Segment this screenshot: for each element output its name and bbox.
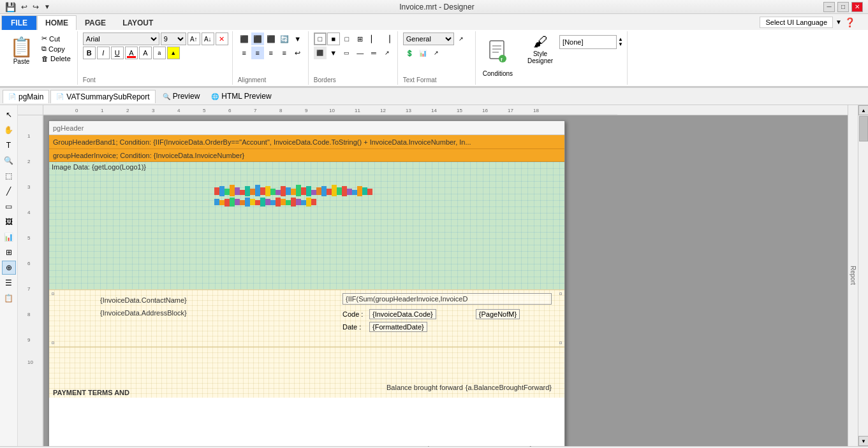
align-center[interactable]: ≡ xyxy=(251,47,264,59)
tab-page[interactable]: PAGE xyxy=(77,15,114,30)
font-name-select[interactable]: Arial xyxy=(83,33,159,45)
underline-button[interactable]: U xyxy=(111,47,124,59)
svg-rect-76 xyxy=(245,198,250,206)
paste-button[interactable]: 📋 Paste xyxy=(5,33,38,68)
border-left[interactable]: ▏ xyxy=(367,33,380,45)
clear-format-button[interactable]: ✕ xyxy=(216,33,228,45)
tool-zoom[interactable]: 🔍 xyxy=(2,154,16,168)
border-none[interactable]: □ xyxy=(314,33,327,45)
tab-home[interactable]: HOME xyxy=(37,15,77,30)
tool-chart[interactable]: 📊 xyxy=(2,230,16,244)
font-size-up2[interactable]: A xyxy=(139,47,152,59)
tab-html-preview[interactable]: 🌐 HTML Preview xyxy=(205,89,277,103)
style-name-input[interactable] xyxy=(559,35,617,49)
scroll-up[interactable]: ▲ xyxy=(858,105,868,115)
rotate-btn[interactable]: 🔄 xyxy=(278,33,291,45)
tool-subreport[interactable]: 📋 xyxy=(2,291,16,305)
align-top-left[interactable]: ⬛ xyxy=(238,33,251,45)
align-top-center[interactable]: ⬛ xyxy=(251,33,264,45)
svg-rect-80 xyxy=(265,199,270,205)
svg-text:15: 15 xyxy=(457,108,462,113)
ui-language-select[interactable]: Select UI Language xyxy=(760,17,833,28)
increase-size-button[interactable]: A↑ xyxy=(188,33,200,45)
help-icon[interactable]: ❓ xyxy=(844,17,855,27)
minimize-button[interactable]: ─ xyxy=(823,2,835,12)
delete-button[interactable]: 🗑 Delete xyxy=(39,54,73,63)
border-outer[interactable]: □ xyxy=(341,33,353,45)
tab-bar: 📄 pgMain 📄 VATSummarySubReport 🔍 Preview… xyxy=(0,88,868,105)
tool-text[interactable]: T xyxy=(2,138,16,152)
border-inner[interactable]: ⊞ xyxy=(354,33,367,45)
tool-pointer[interactable]: ↖ xyxy=(2,108,16,122)
quick-access-save[interactable]: 💾 xyxy=(5,2,16,12)
cut-button[interactable]: ✂ Cut xyxy=(39,34,73,43)
word-wrap[interactable]: ↩ xyxy=(291,47,304,59)
tool-rectangle[interactable]: ▭ xyxy=(2,199,16,213)
pgheader-label: pgHeader xyxy=(53,124,84,132)
format-expand[interactable]: ↗ xyxy=(455,33,467,45)
format-currency[interactable]: 💲 xyxy=(403,47,416,59)
svg-rect-89 xyxy=(311,199,316,205)
border-width[interactable]: ═ xyxy=(367,47,380,59)
format-expand2[interactable]: ↗ xyxy=(430,47,443,59)
report-panel[interactable]: Report xyxy=(848,105,858,446)
tab-file[interactable]: FILE xyxy=(1,15,37,30)
border-right[interactable]: ▕ xyxy=(381,33,394,45)
tool-list[interactable]: ☰ xyxy=(2,276,16,290)
border-color[interactable]: ▭ xyxy=(341,47,353,59)
align-justify[interactable]: ≡ xyxy=(278,47,291,59)
close-button[interactable]: ✕ xyxy=(851,2,863,12)
tool-line[interactable]: ╱ xyxy=(2,184,16,198)
tab-layout[interactable]: LAYOUT xyxy=(114,15,161,30)
tool-crosshair[interactable]: ⊕ xyxy=(2,261,16,275)
tool-image[interactable]: 🖼 xyxy=(2,215,16,229)
svg-text:2: 2 xyxy=(27,159,31,164)
align-distribute[interactable]: ▼ xyxy=(291,33,304,45)
tab-pgmain[interactable]: 📄 pgMain xyxy=(3,90,49,103)
ui-language-dropdown[interactable]: ▼ xyxy=(835,18,842,25)
format-select[interactable]: General xyxy=(403,33,454,45)
font-size-select[interactable]: 9 xyxy=(161,33,186,45)
align-top-right[interactable]: ⬛ xyxy=(265,33,277,45)
maximize-button[interactable]: □ xyxy=(837,2,849,12)
scroll-track-v[interactable] xyxy=(858,115,868,436)
fill-color[interactable]: ⬛ xyxy=(314,47,327,59)
style-designer-button[interactable]: 🖌 StyleDesigner xyxy=(524,33,557,66)
copy-button[interactable]: ⧉ Copy xyxy=(39,44,73,54)
decrease-size-button[interactable]: A↓ xyxy=(202,33,214,45)
font-size-down2[interactable]: a xyxy=(153,47,166,59)
italic-button[interactable]: I xyxy=(97,47,110,59)
contact-name-field: {InvoiceData.ContactName} xyxy=(100,296,187,304)
format-percent[interactable]: 📊 xyxy=(416,47,429,59)
border-all[interactable]: ■ xyxy=(327,33,340,45)
border-style[interactable]: — xyxy=(354,47,367,59)
tab-vat[interactable]: 📄 VATSummarySubReport xyxy=(50,90,155,103)
svg-text:18: 18 xyxy=(533,108,539,113)
border-expand[interactable]: ↗ xyxy=(381,47,394,59)
font-color-button[interactable]: A xyxy=(125,47,138,59)
borders-row-1: □ ■ □ ⊞ ▏ ▕ xyxy=(314,33,394,45)
scroll-thumb-v[interactable] xyxy=(859,116,868,141)
svg-rect-69 xyxy=(367,189,372,195)
svg-text:1: 1 xyxy=(27,133,31,139)
scroll-down[interactable]: ▼ xyxy=(858,436,868,446)
title-bar-left: 💾 ↩ ↪ ▼ xyxy=(5,2,50,12)
align-right[interactable]: ≡ xyxy=(265,47,277,59)
tool-table[interactable]: ⊞ xyxy=(2,245,16,259)
borders-row-2: ⬛ ▼ ▭ — ═ ↗ xyxy=(314,47,394,59)
style-down-arrow[interactable]: ▼ xyxy=(618,42,623,47)
left-toolbar: ↖ ✋ T 🔍 ⬚ ╱ ▭ 🖼 📊 ⊞ ⊕ ☰ 📋 xyxy=(0,105,18,446)
bold-button[interactable]: B xyxy=(83,47,96,59)
conditions-button[interactable]: f Conditions xyxy=(477,31,519,85)
quick-access-redo[interactable]: ↪ xyxy=(33,3,39,11)
highlight-button[interactable]: ▲ xyxy=(167,47,180,59)
tool-select[interactable]: ⬚ xyxy=(2,169,16,183)
tool-hand[interactable]: ✋ xyxy=(2,123,16,137)
fill-dropdown[interactable]: ▼ xyxy=(327,47,340,59)
quick-access-undo[interactable]: ↩ xyxy=(21,3,27,11)
quick-access-more[interactable]: ▼ xyxy=(44,3,50,10)
tab-preview[interactable]: 🔍 Preview xyxy=(157,89,206,103)
align-left[interactable]: ≡ xyxy=(238,47,251,59)
canvas-container[interactable]: // We'll draw these inline 0 1 2 3 4 5 6… xyxy=(18,105,848,446)
v-scrollbar[interactable]: ▲ ▼ xyxy=(858,105,868,446)
